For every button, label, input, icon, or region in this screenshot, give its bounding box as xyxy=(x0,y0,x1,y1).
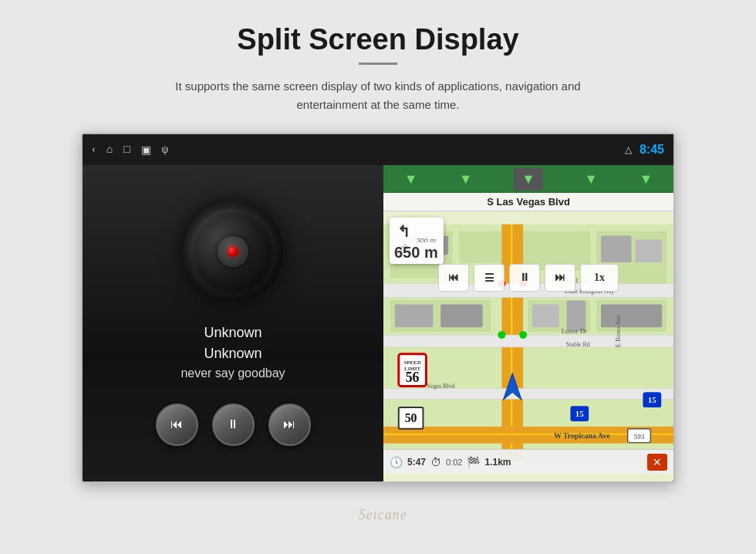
svg-text:593: 593 xyxy=(634,433,645,441)
page-subtitle: It supports the same screen display of t… xyxy=(139,77,617,114)
album-art-dot xyxy=(228,246,238,257)
nav-bottom-bar: 🕔 5:47 ⏱ 0:02 🏁 1.1km ✕ xyxy=(383,449,673,474)
music-controls: ⏮ ⏸ ⏭ xyxy=(156,404,311,446)
home-icon[interactable]: ⌂ xyxy=(106,144,113,156)
split-screen-device: ‹ ⌂ □ ▣ ψ △ 8:45 Unknown Unknown never s… xyxy=(81,133,675,483)
nav-close-button[interactable]: ✕ xyxy=(647,454,667,471)
nav-media-controls: ⏮ ☰ ⏸ ⏭ 1x xyxy=(383,264,673,292)
nav-elapsed: 0:02 xyxy=(446,458,462,467)
gallery-icon[interactable]: ▣ xyxy=(141,144,151,157)
svg-point-26 xyxy=(498,331,505,339)
svg-text:W Tropicana Ave: W Tropicana Ave xyxy=(554,431,610,440)
back-icon[interactable]: ‹ xyxy=(92,144,96,156)
title-divider xyxy=(359,62,397,65)
nav-menu-button[interactable]: ☰ xyxy=(474,264,505,292)
svg-text:E Reno Ave: E Reno Ave xyxy=(614,315,622,347)
usb-icon[interactable]: ψ xyxy=(162,144,169,156)
street-name: S Las Vegas Blvd xyxy=(383,193,673,211)
nav-arrow-2: ▼ xyxy=(459,171,473,187)
nav-arrow-1: ▼ xyxy=(404,171,418,187)
recents-icon[interactable]: □ xyxy=(123,144,130,156)
nav-pause-button[interactable]: ⏸ xyxy=(509,264,540,292)
album-art xyxy=(183,201,283,302)
track-artist: Unknown xyxy=(181,346,285,362)
notification-icon: △ xyxy=(625,144,632,156)
svg-text:SPEED: SPEED xyxy=(403,360,420,365)
nav-dest-icon: 🏁 xyxy=(467,456,480,468)
svg-text:Stable Rd: Stable Rd xyxy=(566,341,590,348)
svg-text:15: 15 xyxy=(575,409,584,418)
prev-button[interactable]: ⏮ xyxy=(156,404,198,446)
split-content: Unknown Unknown never say goodbay ⏮ ⏸ ⏭ xyxy=(83,165,673,481)
next-icon: ⏭ xyxy=(283,417,295,431)
nav-arrow-4: ▼ xyxy=(639,171,653,187)
main-distance: 650 m xyxy=(390,242,443,263)
page-title: Split Screen Display xyxy=(237,23,518,56)
nav-next-button[interactable]: ⏭ xyxy=(545,264,575,292)
svg-rect-8 xyxy=(636,239,663,262)
status-right: △ 8:45 xyxy=(625,143,664,157)
nav-remaining: 1.1km xyxy=(484,457,511,468)
svg-rect-2 xyxy=(460,232,505,263)
track-info: Unknown Unknown never say goodbay xyxy=(181,325,285,380)
svg-text:56: 56 xyxy=(406,370,420,385)
svg-rect-20 xyxy=(440,305,482,328)
play-pause-icon: ⏸ xyxy=(227,417,239,431)
turn-left-arrow: ↰ xyxy=(397,222,410,241)
status-bar-icons: ‹ ⌂ □ ▣ ψ xyxy=(92,144,613,157)
nav-panel: ▼ ▼ ▼ ▼ ▼ S Las Vegas Blvd xyxy=(383,165,673,481)
svg-rect-7 xyxy=(601,235,632,262)
svg-rect-23 xyxy=(601,305,662,328)
svg-text:Luxor Dr: Luxor Dr xyxy=(562,327,587,335)
nav-arrow-active: ▼ xyxy=(514,168,543,191)
svg-text:Vegas Blvd: Vegas Blvd xyxy=(427,383,454,390)
nav-prev-button[interactable]: ⏮ xyxy=(438,264,469,292)
nav-eta: 5:47 xyxy=(407,457,426,468)
next-button[interactable]: ⏭ xyxy=(268,404,311,446)
status-bar: ‹ ⌂ □ ▣ ψ △ 8:45 xyxy=(83,134,673,165)
svg-rect-21 xyxy=(532,305,559,328)
album-art-center xyxy=(218,236,248,267)
nav-clock-icon: 🕔 xyxy=(390,456,403,468)
nav-arrow-3: ▼ xyxy=(584,171,598,187)
nav-map: SPEED LIMIT 56 50 15 15 xyxy=(383,211,673,474)
prev-icon: ⏮ xyxy=(170,417,183,431)
svg-point-27 xyxy=(519,331,527,339)
svg-rect-12 xyxy=(383,335,673,347)
play-pause-button[interactable]: ⏸ xyxy=(212,404,255,446)
track-song: never say goodbay xyxy=(181,367,285,380)
svg-rect-13 xyxy=(383,388,673,399)
music-panel: Unknown Unknown never say goodbay ⏮ ⏸ ⏭ xyxy=(83,165,383,481)
nav-header: ▼ ▼ ▼ ▼ ▼ xyxy=(383,165,673,193)
svg-text:15: 15 xyxy=(648,395,656,404)
clock-display: 8:45 xyxy=(640,143,664,157)
nav-timer-icon: ⏱ xyxy=(430,456,441,468)
svg-text:50: 50 xyxy=(405,411,417,424)
track-title: Unknown xyxy=(181,325,285,341)
nav-speed-button[interactable]: 1x xyxy=(580,264,619,292)
svg-rect-19 xyxy=(395,305,433,328)
